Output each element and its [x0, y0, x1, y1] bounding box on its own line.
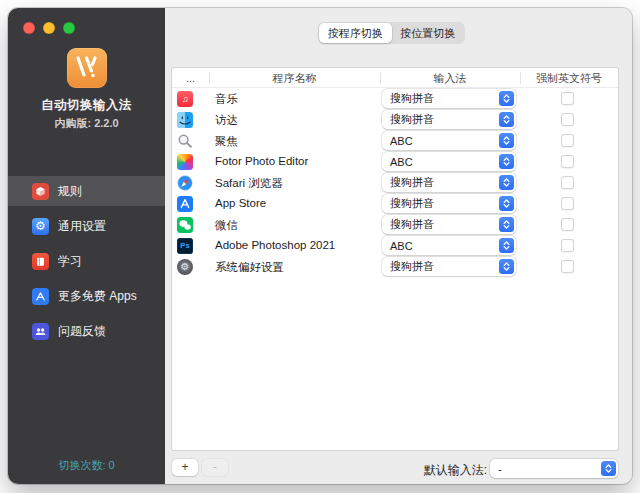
app-logo-icon	[67, 48, 107, 88]
input-method-select[interactable]: ABC	[382, 152, 516, 171]
table-body: ♫ 音乐 搜狗拼音	[172, 88, 618, 277]
app-name: Adobe Photoshop 2021	[215, 239, 335, 251]
input-method-value: 搜狗拼音	[390, 259, 434, 274]
app-store-icon	[32, 288, 49, 305]
input-method-select[interactable]: ABC	[382, 131, 516, 150]
system-preferences-icon: ⚙	[177, 259, 193, 275]
sidebar-item-more-apps[interactable]: 更多免费 Apps	[8, 281, 165, 311]
cube-icon	[32, 183, 49, 200]
music-icon: ♫	[177, 91, 193, 107]
table-row[interactable]: Fotor Photo Editor ABC	[172, 151, 618, 172]
app-name: 系统偏好设置	[215, 260, 284, 275]
input-method-value: 搜狗拼音	[390, 196, 434, 211]
app-name: Fotor Photo Editor	[215, 155, 308, 167]
app-name: Safari 浏览器	[215, 176, 283, 191]
rules-table: ... 程序名称 输入法 强制英文符号 ♫ 音乐 搜狗拼音	[172, 68, 618, 450]
sidebar-item-general-settings[interactable]: ⚙ 通用设置	[8, 211, 165, 241]
add-rule-button[interactable]: +	[172, 459, 198, 476]
sidebar-item-label: 更多免费 Apps	[58, 288, 137, 305]
input-method-select[interactable]: ABC	[382, 236, 516, 255]
app-name: 音乐	[215, 92, 238, 107]
sidebar-item-label: 规则	[58, 183, 82, 200]
popup-stepper-icon	[601, 461, 616, 476]
table-row[interactable]: ⚙ 系统偏好设置 搜狗拼音	[172, 256, 618, 277]
force-english-checkbox[interactable]	[561, 113, 574, 126]
force-english-checkbox[interactable]	[561, 92, 574, 105]
gear-icon: ⚙	[32, 218, 49, 235]
table-row[interactable]: Safari 浏览器 搜狗拼音	[172, 172, 618, 193]
table-row[interactable]: ♫ 音乐 搜狗拼音	[172, 88, 618, 109]
column-divider	[209, 72, 210, 84]
input-method-select[interactable]: 搜狗拼音	[382, 194, 516, 213]
photoshop-icon: Ps	[177, 238, 193, 254]
close-button[interactable]	[23, 22, 35, 34]
force-english-checkbox[interactable]	[561, 176, 574, 189]
app-name: 访达	[215, 113, 238, 128]
table-row[interactable]: Ps Adobe Photoshop 2021 ABC	[172, 235, 618, 256]
app-name: 聚焦	[215, 134, 238, 149]
app-store-icon	[177, 196, 193, 212]
tab-by-program[interactable]: 按程序切换	[319, 23, 392, 43]
sidebar-item-learning[interactable]: 学习	[8, 246, 165, 276]
book-icon	[32, 253, 49, 270]
table-row[interactable]: 微信 搜狗拼音	[172, 214, 618, 235]
table-row[interactable]: 访达 搜狗拼音	[172, 109, 618, 130]
finder-icon	[177, 112, 193, 128]
people-icon	[32, 323, 49, 340]
input-method-select[interactable]: 搜狗拼音	[382, 110, 516, 129]
app-title: 自动切换输入法	[8, 97, 165, 114]
popup-stepper-icon	[499, 133, 514, 148]
column-header-force-english: 强制英文符号	[520, 68, 618, 88]
force-english-checkbox[interactable]	[561, 155, 574, 168]
sidebar-item-rules[interactable]: 规则	[8, 176, 165, 206]
force-english-checkbox[interactable]	[561, 197, 574, 210]
input-method-value: 搜狗拼音	[390, 175, 434, 190]
input-method-select[interactable]: 搜狗拼音	[382, 89, 516, 108]
column-header-input-method: 输入法	[380, 68, 520, 88]
tab-by-position[interactable]: 按位置切换	[392, 23, 465, 43]
input-method-value: 搜狗拼音	[390, 112, 434, 127]
safari-icon	[177, 175, 193, 191]
input-method-select[interactable]: 搜狗拼音	[382, 173, 516, 192]
input-method-select[interactable]: 搜狗拼音	[382, 215, 516, 234]
main-content: 按程序切换 按位置切换 ... 程序名称 输入法 强制英文符号 ♫ 音乐 搜狗拼	[165, 8, 632, 484]
popup-stepper-icon	[499, 154, 514, 169]
column-header-icon: ...	[172, 68, 209, 88]
fullscreen-button[interactable]	[63, 22, 75, 34]
table-row[interactable]: 聚焦 ABC	[172, 130, 618, 151]
input-method-value: 搜狗拼音	[390, 217, 434, 232]
force-english-checkbox[interactable]	[561, 218, 574, 231]
input-method-value: ABC	[390, 156, 413, 168]
input-method-value: ABC	[390, 135, 413, 147]
column-header-app-name: 程序名称	[209, 68, 380, 88]
fotor-icon	[177, 154, 193, 170]
wechat-icon	[177, 217, 193, 233]
default-input-select[interactable]: -	[490, 459, 618, 478]
app-name: 微信	[215, 218, 238, 233]
table-header: ... 程序名称 输入法 强制英文符号	[172, 68, 618, 88]
remove-rule-button[interactable]: -	[202, 459, 228, 476]
table-row[interactable]: App Store 搜狗拼音	[172, 193, 618, 214]
force-english-checkbox[interactable]	[561, 239, 574, 252]
popup-stepper-icon	[499, 196, 514, 211]
force-english-checkbox[interactable]	[561, 134, 574, 147]
view-switcher: 按程序切换 按位置切换	[318, 22, 465, 44]
sidebar-item-label: 通用设置	[58, 218, 106, 235]
column-divider	[520, 72, 521, 84]
force-english-checkbox[interactable]	[561, 260, 574, 273]
popup-stepper-icon	[499, 259, 514, 274]
popup-stepper-icon	[499, 175, 514, 190]
app-window: 自动切换输入法 内购版: 2.2.0 规则 ⚙ 通用设置	[8, 8, 632, 484]
minimize-button[interactable]	[43, 22, 55, 34]
app-version: 内购版: 2.2.0	[8, 116, 165, 131]
input-method-select[interactable]: 搜狗拼音	[382, 257, 516, 276]
popup-stepper-icon	[499, 112, 514, 127]
spotlight-icon	[177, 133, 193, 149]
app-name: App Store	[215, 197, 266, 209]
sidebar-item-feedback[interactable]: 问题反馈	[8, 316, 165, 346]
window-controls	[23, 22, 75, 34]
switch-count: 切换次数: 0	[8, 458, 165, 473]
default-input-value: -	[498, 463, 502, 475]
default-input-label: 默认输入法:	[424, 462, 487, 479]
popup-stepper-icon	[499, 91, 514, 106]
